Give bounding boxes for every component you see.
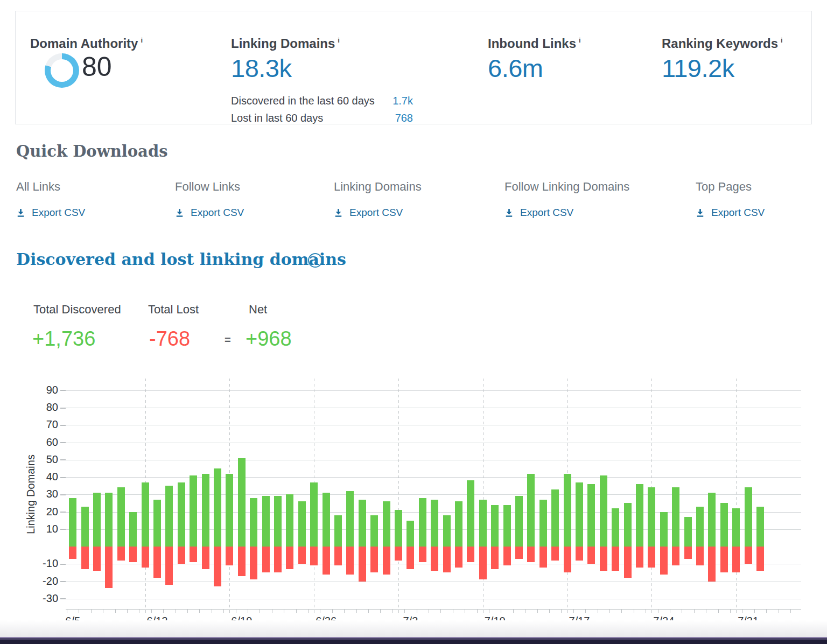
lost-bar[interactable] xyxy=(648,547,655,568)
lost-bar[interactable] xyxy=(298,547,306,564)
discovered-bar[interactable] xyxy=(491,505,499,547)
discovered-bar[interactable] xyxy=(93,493,101,547)
lost-bar[interactable] xyxy=(407,547,414,569)
lost-bar[interactable] xyxy=(274,547,282,572)
discovered-bar[interactable] xyxy=(720,503,728,547)
discovered-bar[interactable] xyxy=(732,508,740,547)
discovered-bar[interactable] xyxy=(395,510,402,547)
discovered-bar[interactable] xyxy=(142,482,149,547)
lost-bar[interactable] xyxy=(745,547,752,564)
discovered-bar[interactable] xyxy=(467,480,474,547)
discovered-bar[interactable] xyxy=(407,521,414,547)
lost-bar[interactable] xyxy=(165,547,173,585)
export-csv-button[interactable]: Export CSV xyxy=(504,207,629,219)
discovered-bar[interactable] xyxy=(636,484,643,547)
lost-bar[interactable] xyxy=(286,547,293,569)
discovered-bar[interactable] xyxy=(708,493,716,547)
discovered-bar[interactable] xyxy=(419,498,426,547)
info-icon[interactable]: i xyxy=(141,36,143,44)
lost-bar[interactable] xyxy=(467,547,474,562)
discovered-bar[interactable] xyxy=(310,482,318,547)
lost-bar[interactable] xyxy=(178,547,185,564)
lost-bar[interactable] xyxy=(732,547,740,572)
lost-bar[interactable] xyxy=(383,547,390,575)
discovered-bar[interactable] xyxy=(165,486,173,547)
lost-bar[interactable] xyxy=(334,547,342,565)
lost-bar[interactable] xyxy=(419,547,426,562)
lost-bar[interactable] xyxy=(238,547,246,576)
chevron-right-icon[interactable]: › xyxy=(308,253,323,268)
lost-bar[interactable] xyxy=(624,547,632,578)
lost-bar[interactable] xyxy=(190,547,197,562)
discovered-bar[interactable] xyxy=(81,507,89,547)
discovered-bar[interactable] xyxy=(359,500,366,547)
info-icon[interactable]: i xyxy=(579,36,581,44)
lost-bar[interactable] xyxy=(551,547,559,561)
export-csv-button[interactable]: Export CSV xyxy=(16,207,85,219)
lost-bar[interactable] xyxy=(93,547,101,571)
lost-bar[interactable] xyxy=(346,547,354,575)
discovered-bar[interactable] xyxy=(527,474,535,547)
discovered-bar[interactable] xyxy=(334,515,342,547)
discovered-bar[interactable] xyxy=(564,474,571,547)
discovered-bar[interactable] xyxy=(286,494,293,547)
discovered-bar[interactable] xyxy=(503,505,511,547)
discovered-bar[interactable] xyxy=(178,482,185,547)
discovered-bar[interactable] xyxy=(298,501,306,547)
discovered-bar[interactable] xyxy=(443,515,451,547)
discovered-bar[interactable] xyxy=(214,468,221,547)
discovered-bar[interactable] xyxy=(323,493,330,547)
lost-bar[interactable] xyxy=(612,547,619,571)
export-csv-button[interactable]: Export CSV xyxy=(696,207,765,219)
discovered-bar[interactable] xyxy=(648,487,655,547)
lost-bar[interactable] xyxy=(708,547,716,582)
export-csv-button[interactable]: Export CSV xyxy=(334,207,422,219)
discovered-bar[interactable] xyxy=(539,500,547,547)
lost-bar[interactable] xyxy=(672,547,679,565)
discovered-bar[interactable] xyxy=(551,489,559,547)
lost-bar[interactable] xyxy=(479,547,487,579)
discovered-bar[interactable] xyxy=(250,498,257,547)
discovered-bar[interactable] xyxy=(515,496,523,547)
discovered-bar[interactable] xyxy=(756,507,764,547)
discovered-bar[interactable] xyxy=(190,475,197,547)
lost-bar[interactable] xyxy=(262,547,270,572)
discovered-bar[interactable] xyxy=(69,498,76,547)
lost-bar[interactable] xyxy=(660,547,668,575)
discovered-bar[interactable] xyxy=(262,496,270,547)
lost-bar[interactable] xyxy=(323,547,330,575)
lost-bar[interactable] xyxy=(250,547,257,579)
discovered-bar[interactable] xyxy=(226,474,233,547)
discovered-bar[interactable] xyxy=(346,491,354,547)
lost-bar[interactable] xyxy=(503,547,511,565)
discovered-bar[interactable] xyxy=(745,487,752,547)
discovered-bar[interactable] xyxy=(684,517,692,547)
lost-bar[interactable] xyxy=(696,547,704,565)
lost-bar[interactable] xyxy=(587,547,595,564)
lost-bar[interactable] xyxy=(69,547,76,559)
lost-bar[interactable] xyxy=(443,547,451,572)
lost-bar[interactable] xyxy=(395,547,402,561)
lost-bar[interactable] xyxy=(129,547,137,562)
lost-bar[interactable] xyxy=(81,547,89,569)
discovered-bar[interactable] xyxy=(479,500,487,547)
discovered-bar[interactable] xyxy=(383,501,390,547)
discovered-bar[interactable] xyxy=(600,475,607,547)
discovered-bar[interactable] xyxy=(660,512,668,547)
lost-bar[interactable] xyxy=(720,547,728,572)
lost-bar[interactable] xyxy=(539,547,547,568)
discovered-bar[interactable] xyxy=(274,496,282,547)
lost-bar[interactable] xyxy=(359,547,366,582)
metric-sub-value-link[interactable]: 1.7k xyxy=(393,95,413,107)
discovered-bar[interactable] xyxy=(587,484,595,547)
discovered-bar[interactable] xyxy=(370,515,378,547)
lost-bar[interactable] xyxy=(226,547,233,565)
lost-bar[interactable] xyxy=(515,547,523,559)
section-title-link[interactable]: Discovered and lost linking domains xyxy=(16,250,346,269)
lost-bar[interactable] xyxy=(370,547,378,572)
lost-bar[interactable] xyxy=(117,547,125,561)
lost-bar[interactable] xyxy=(455,547,462,568)
discovered-bar[interactable] xyxy=(672,487,679,547)
info-icon[interactable]: i xyxy=(781,36,783,44)
lost-bar[interactable] xyxy=(600,547,607,571)
